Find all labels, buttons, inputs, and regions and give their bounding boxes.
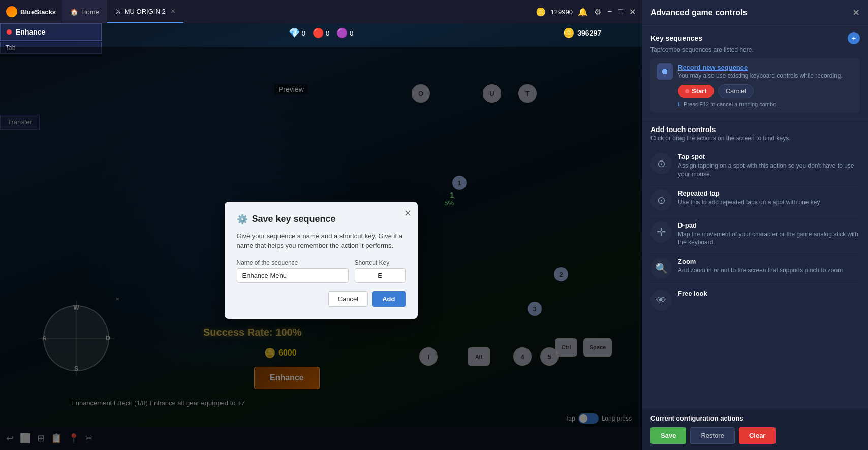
repeated-tap-icon-box: ⊙: [650, 189, 672, 211]
shortcut-label: Shortcut Key: [355, 259, 406, 266]
app-name: BlueStacks: [20, 8, 56, 16]
tab-mu-label: MU ORIGIN 2: [125, 8, 166, 15]
dialog-title-icon: ⚙️: [237, 214, 248, 225]
restore-config-btn[interactable]: Restore: [690, 427, 735, 444]
record-icon-symbol: ⏺: [661, 67, 669, 76]
repeated-tap-info: Repeated tap Use this to add repeated ta…: [678, 189, 860, 207]
freelook-ctrl-icon: 👁: [656, 295, 666, 306]
tap-spot-icon-box: ⊙: [650, 153, 672, 174]
record-desc: You may also use existing keyboard contr…: [678, 72, 854, 79]
start-dot: [685, 89, 689, 93]
gems-blue-value: 0: [302, 29, 305, 37]
close-icon[interactable]: ✕: [629, 7, 636, 17]
game-content: Enhance Tab Transfer 💎 0 🔴 0 🟣 0: [0, 23, 642, 450]
dialog-fields: Name of the sequence Shortcut Key: [237, 259, 406, 283]
info-icon: ℹ: [678, 101, 680, 107]
hud-red-gem: 🔴 0: [313, 27, 329, 39]
hud-purple-gem: 🟣 0: [336, 27, 353, 39]
control-tap-spot[interactable]: ⊙ Tap spot Assign tapping on a spot with…: [650, 148, 860, 184]
clear-config-btn[interactable]: Clear: [739, 427, 776, 444]
gold-amount: 129990: [551, 8, 573, 16]
tap-spot-desc: Assign tapping on a spot with this actio…: [678, 162, 860, 179]
hud-gold: 🪙 396297: [563, 27, 601, 39]
freelook-ctrl-info: Free look: [678, 290, 860, 298]
panel-header: Advanced game controls ✕: [642, 0, 868, 26]
zoom-ctrl-desc: Add zoom in or out to the screen that su…: [678, 266, 860, 275]
tab-close-icon[interactable]: ✕: [171, 8, 175, 15]
bell-icon[interactable]: 🔔: [578, 7, 588, 17]
name-label: Name of the sequence: [237, 259, 349, 266]
control-dpad[interactable]: ✛ D-pad Map the movement of your charact…: [650, 216, 860, 253]
enhance-header: Enhance: [0, 23, 102, 41]
home-icon: 🏠: [70, 8, 78, 16]
dialog-description: Give your sequence a name and a shortcut…: [237, 231, 406, 251]
panel-close-btn[interactable]: ✕: [852, 7, 860, 18]
dpad-ctrl-desc: Map the movement of your character or th…: [678, 230, 860, 247]
dialog-add-btn[interactable]: Add: [372, 291, 405, 307]
dialog-cancel-btn[interactable]: Cancel: [328, 291, 368, 307]
key-sequences-section: Key sequences + Tap/combo sequences are …: [642, 26, 868, 119]
dpad-ctrl-icon: ✛: [657, 226, 666, 239]
top-bar: BlueStacks 🏠 Home ⚔ MU ORIGIN 2 ✕ 🪙 1299…: [0, 0, 642, 23]
tab-home-label: Home: [81, 8, 99, 16]
gems-purple-value: 0: [350, 29, 353, 37]
record-info: Record new sequence You may also use exi…: [678, 63, 854, 108]
save-config-btn[interactable]: Save: [650, 427, 686, 444]
dpad-ctrl-name: D-pad: [678, 221, 860, 229]
freelook-ctrl-name: Free look: [678, 290, 860, 297]
repeated-tap-icon: ⊙: [657, 194, 666, 206]
top-bar-right: 🪙 129990 🔔 ⚙ − □ ✕: [536, 7, 642, 17]
gems-red-value: 0: [326, 29, 329, 37]
record-new-sequence-link[interactable]: Record new sequence: [678, 63, 854, 71]
hud-blue-gem: 💎 0: [289, 27, 305, 39]
control-repeated-tap[interactable]: ⊙ Repeated tap Use this to add repeated …: [650, 184, 860, 216]
tap-spot-info: Tap spot Assign tapping on a spot with t…: [678, 153, 860, 179]
add-sequence-btn[interactable]: +: [848, 32, 860, 44]
shortcut-input[interactable]: [355, 268, 406, 283]
start-btn[interactable]: Start: [678, 85, 714, 98]
repeated-tap-name: Repeated tap: [678, 189, 860, 197]
modal-overlay: ✕ ⚙️ Save key sequence Give your sequenc…: [0, 47, 642, 450]
right-panel: Advanced game controls ✕ Key sequences +…: [642, 0, 868, 450]
dialog-title: ⚙️ Save key sequence: [237, 214, 406, 225]
dpad-ctrl-info: D-pad Map the movement of your character…: [678, 221, 860, 247]
tap-spot-name: Tap spot: [678, 153, 860, 160]
tap-spot-icon: ⊙: [657, 157, 666, 170]
gold-icon: 🪙: [536, 7, 546, 17]
freelook-icon-box: 👁: [650, 290, 672, 311]
save-dialog: ✕ ⚙️ Save key sequence Give your sequenc…: [225, 202, 418, 319]
control-free-look[interactable]: 👁 Free look: [650, 284, 860, 316]
dialog-close-btn[interactable]: ✕: [404, 208, 412, 219]
maximize-icon[interactable]: □: [618, 7, 623, 17]
zoom-ctrl-icon: 🔍: [655, 262, 668, 274]
f12-note: ℹ Press F12 to cancel a running combo.: [678, 101, 854, 108]
record-sequence-card: ⏺ Record new sequence You may also use e…: [650, 58, 860, 113]
key-sequences-subtitle: Tap/combo sequences are listed here.: [650, 46, 860, 53]
repeated-tap-desc: Use this to add repeated taps on a spot …: [678, 198, 860, 207]
control-zoom[interactable]: 🔍 Zoom Add zoom in or out to the screen …: [650, 252, 860, 284]
config-actions: Save Restore Clear: [650, 427, 860, 444]
cancel-record-btn[interactable]: Cancel: [718, 84, 754, 98]
zoom-ctrl-name: Zoom: [678, 258, 860, 265]
touch-controls-desc: Click or drag the actions on the screen …: [650, 135, 860, 142]
key-sequences-title: Key sequences +: [650, 32, 860, 44]
mu-icon: ⚔: [115, 8, 121, 15]
touch-controls-section: Add touch controls Click or drag the act…: [642, 119, 868, 322]
tab-home[interactable]: 🏠 Home: [62, 0, 107, 23]
touch-controls-title: Add touch controls: [650, 125, 860, 134]
top-icons: 🔔 ⚙ − □ ✕: [578, 7, 636, 17]
zoom-icon-box: 🔍: [650, 258, 672, 279]
tab-mu-origin[interactable]: ⚔ MU ORIGIN 2 ✕: [107, 0, 183, 23]
panel-title: Advanced game controls: [650, 8, 747, 17]
bluestacks-logo: BlueStacks: [0, 6, 62, 17]
minimize-icon[interactable]: −: [607, 7, 612, 17]
enhance-title: Enhance: [16, 28, 45, 36]
zoom-ctrl-info: Zoom Add zoom in or out to the screen th…: [678, 258, 860, 275]
record-actions: Start Cancel: [678, 84, 854, 98]
config-title: Current configuration actions: [650, 414, 860, 422]
game-area: BlueStacks 🏠 Home ⚔ MU ORIGIN 2 ✕ 🪙 1299…: [0, 0, 642, 450]
dpad-icon-box: ✛: [650, 221, 672, 243]
settings-icon[interactable]: ⚙: [594, 7, 601, 17]
gold-value: 396297: [577, 29, 601, 37]
name-input[interactable]: [237, 268, 349, 283]
